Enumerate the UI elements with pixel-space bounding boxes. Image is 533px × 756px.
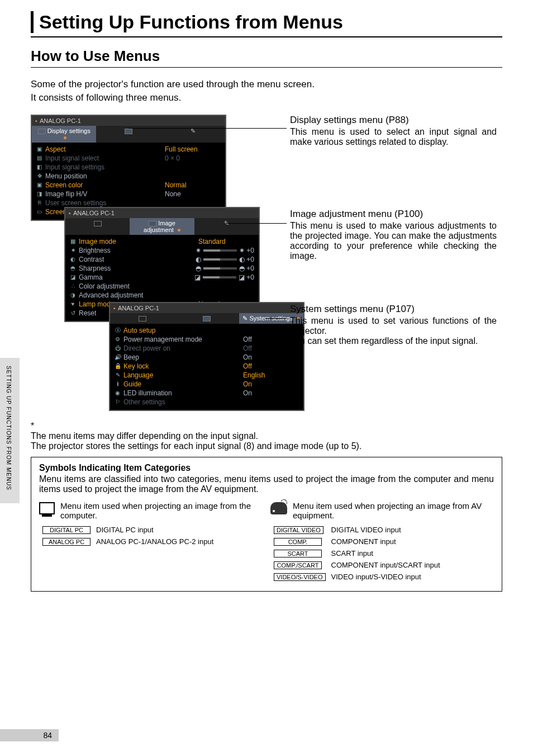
row-label: Input signal settings <box>45 163 104 171</box>
row-icon: ◓ <box>70 265 76 271</box>
footnote: * The menu items may differ depending on… <box>31 421 502 451</box>
osd-row: ⏻Direct power onOff <box>115 344 299 353</box>
row-value <box>165 163 221 171</box>
row-value: ✷✷ +0 <box>196 247 254 254</box>
row-icon: Ⓐ <box>115 327 121 334</box>
row-label: Contrast <box>79 256 104 263</box>
connector-line <box>226 223 287 224</box>
input-desc: VIDEO input/S-VIDEO input <box>329 571 442 582</box>
row-label: Gamma <box>79 273 103 281</box>
row-icon: ⚐ <box>115 399 121 405</box>
row-icon: ◧ <box>36 164 42 170</box>
main-title-block: Setting Up Functions from Menus <box>31 11 502 33</box>
row-label: Other settings <box>123 398 165 406</box>
input-tag: DIGITAL VIDEO <box>274 526 323 534</box>
row-icon: ▣ <box>36 146 42 152</box>
av-icon <box>270 502 287 514</box>
row-icon: ✎ <box>115 372 121 378</box>
page-number: 84 <box>43 731 52 740</box>
tag-row: DIGITAL VIDEODIGITAL VIDEO input <box>272 525 442 535</box>
av-caption: Menu item used when projecting an image … <box>293 501 494 520</box>
intro-line: Some of the projector's function are use… <box>31 79 315 89</box>
row-value <box>165 172 221 180</box>
menu-diagram: ▪ANALOG PC-1 Display settings ✎ ▣AspectF… <box>31 115 502 411</box>
row-label: Aspect <box>45 145 66 153</box>
row-icon: ▣ <box>36 182 42 188</box>
osd-row: ∴Color adjustment <box>70 282 254 291</box>
desc-image: Image adjustment menu (P100) This menu i… <box>290 209 497 261</box>
osd-row: ◨Image flip H/VNone <box>36 190 221 199</box>
osd-row: ✷Brightness✷✷ +0 <box>70 246 254 255</box>
row-label: Menu position <box>45 172 87 180</box>
desc-body: This menu is used to select an input sig… <box>290 127 497 147</box>
osd-row: ⚐Other settings <box>115 398 299 407</box>
row-label: User screen settings <box>45 199 106 207</box>
osd-tab-inactive <box>110 313 174 324</box>
osd-row: ▤Input signal select0 × 0 <box>36 154 221 163</box>
osd-row: ⚙Power management modeOff <box>115 335 299 344</box>
desc-display: Display settings menu (P88) This menu is… <box>290 115 497 147</box>
tag-row: DIGITAL PCDIGITAL PC input <box>40 525 216 535</box>
footnote-body: The menu items may differ depending on t… <box>31 431 488 451</box>
symbols-box: Symbols Indicating Item Categories Menu … <box>31 457 502 592</box>
input-tag: DIGITAL PC <box>42 526 91 534</box>
input-tag: COMP./SCART <box>274 561 322 569</box>
input-tag: COMP. <box>274 538 322 546</box>
desc-heading: Image adjustment menu (P100) <box>290 209 497 220</box>
row-value: On <box>243 389 299 397</box>
desc-heading: Display settings menu (P88) <box>290 115 497 126</box>
osd-header-label: ANALOG PC-1 <box>73 210 115 216</box>
row-value: None <box>165 190 221 198</box>
row-label: Input signal select <box>45 154 99 162</box>
row-icon: ∴ <box>70 283 76 289</box>
osd-row: ◪Gamma◪◪ +0 <box>70 273 254 282</box>
osd-row: ✎LanguageEnglish <box>115 371 299 380</box>
row-icon: ◐ <box>70 256 76 262</box>
osd-header: ▪ANALOG PC-1 <box>110 303 303 313</box>
row-icon: ✥ <box>36 173 42 179</box>
input-desc: COMPONENT input/SCART input <box>329 560 442 570</box>
row-label: Image flip H/V <box>45 190 87 198</box>
row-value: Standard <box>198 238 254 245</box>
tag-row: VIDEO/S-VIDEOVIDEO input/S-VIDEO input <box>272 571 442 582</box>
row-value <box>165 199 221 207</box>
footnote-line: The menu items may differ depending on t… <box>31 431 258 441</box>
desc-body: You can set them regardless of the input… <box>290 336 497 346</box>
av-tag-table: DIGITAL VIDEODIGITAL VIDEO inputCOMP.COM… <box>270 523 444 583</box>
row-value <box>243 398 299 406</box>
osd-tabs: Image adjustment ✎ <box>65 218 259 235</box>
row-icon: ◨ <box>36 191 42 197</box>
row-value: On <box>243 380 299 388</box>
section-heading: How to Use Menus <box>31 48 502 65</box>
row-value: Normal <box>165 181 221 189</box>
input-desc: DIGITAL VIDEO input <box>329 525 442 535</box>
tag-row: COMP./SCARTCOMPONENT input/SCART input <box>272 560 442 570</box>
side-tab-label: SETTING UP FUNCTIONS FROM MENUS <box>6 366 12 490</box>
footnote-line: The projector stores the settings for ea… <box>31 441 361 451</box>
desc-body: This menu is used to set various functio… <box>290 316 497 336</box>
row-value: ◓◓ +0 <box>196 264 254 272</box>
osd-row: ◑Advanced adjustment <box>70 291 254 300</box>
row-icon: ▤ <box>36 155 42 161</box>
symbols-intro: Menu items are classified into two categ… <box>39 474 494 494</box>
row-icon: ◪ <box>70 274 76 280</box>
row-label: Auto setup <box>123 327 155 334</box>
osd-row: 🔊BeepOn <box>115 353 299 362</box>
input-tag: ANALOG PC <box>42 538 91 546</box>
row-icon: 🔊 <box>115 354 121 360</box>
osd-row: ▣Screen colorNormal <box>36 181 221 190</box>
row-icon: ⎘ <box>36 200 42 206</box>
av-column: Menu item used when projecting an image … <box>270 501 494 583</box>
row-label: Sharpness <box>79 264 111 272</box>
input-tag: VIDEO/S-VIDEO <box>274 573 326 581</box>
tag-row: ANALOG PCANALOG PC-1/ANALOG PC-2 input <box>40 536 216 547</box>
row-label: Image mode <box>79 238 116 245</box>
row-icon: ▦ <box>70 238 76 244</box>
osd-tab-inactive <box>174 313 239 324</box>
osd-row: ◓Sharpness◓◓ +0 <box>70 264 254 273</box>
osd-header-label: ANALOG PC-1 <box>40 117 81 124</box>
row-icon: ↺ <box>70 310 76 316</box>
title-rule <box>31 36 502 37</box>
input-desc: COMPONENT input <box>329 536 442 547</box>
osd-row: ▣AspectFull screen <box>36 145 221 154</box>
